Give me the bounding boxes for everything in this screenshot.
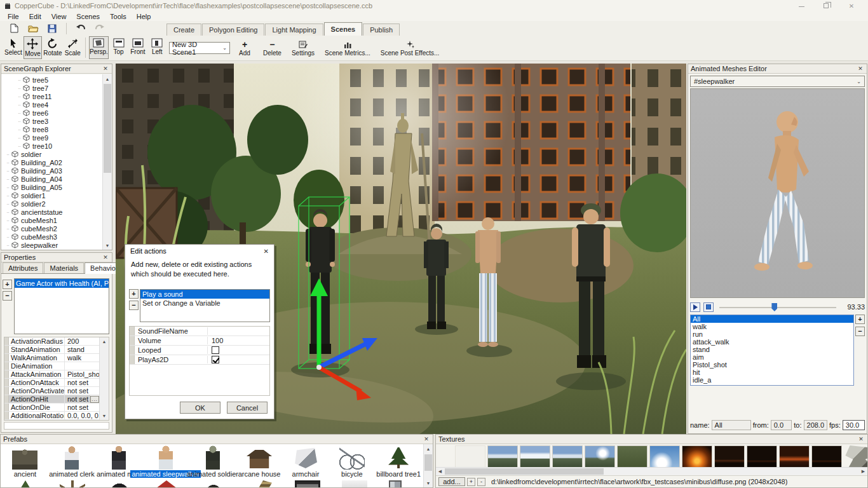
- properties-tab[interactable]: Materials: [44, 262, 84, 273]
- slider-thumb[interactable]: [771, 303, 777, 311]
- property-row[interactable]: StandAnimation stand ...: [4, 346, 99, 354]
- property-row[interactable]: AttackAnimation Pistol_shot ...: [4, 370, 99, 379]
- action-item[interactable]: Play a sound: [140, 290, 269, 299]
- prefab-item[interactable]: animated soldier: [189, 445, 236, 478]
- close-icon[interactable]: ✕: [857, 436, 865, 442]
- add-scene-button[interactable]: + Add: [233, 37, 257, 59]
- scroll-down-icon[interactable]: ▼: [103, 241, 112, 250]
- mode-tab[interactable]: Scenes: [324, 22, 363, 36]
- property-value[interactable]: stand: [65, 346, 99, 353]
- scroll-down-icon[interactable]: ▼: [424, 478, 433, 487]
- remove-animation-button[interactable]: −: [855, 327, 865, 336]
- properties-tab[interactable]: Attributes: [3, 262, 43, 273]
- prefab-thumbnail[interactable]: [112, 445, 126, 470]
- action-item[interactable]: Set or Change a Variable: [140, 299, 269, 308]
- scene-post-effects-button[interactable]: Scene Post Effects...: [377, 37, 444, 59]
- from-field[interactable]: 0.0: [771, 420, 792, 430]
- looped-checkbox[interactable]: [212, 346, 219, 354]
- prefab-thumbnail[interactable]: [13, 480, 38, 487]
- restore-button[interactable]: [824, 3, 829, 8]
- animation-item[interactable]: walk: [691, 323, 853, 330]
- scroll-right-icon[interactable]: ▶: [859, 468, 867, 475]
- scene-select-dropdown[interactable]: New 3D Scene1 ⌄: [169, 42, 230, 54]
- play-button[interactable]: [690, 302, 700, 312]
- menu-item[interactable]: Scenes: [71, 13, 105, 20]
- property-value[interactable]: not set: [65, 387, 99, 395]
- scenegraph-scrollbar[interactable]: ▲ ▼: [102, 74, 112, 250]
- prefab-thumbnail[interactable]: [60, 480, 85, 487]
- tree-node[interactable]: ·· soldier2: [1, 200, 102, 208]
- scroll-up-icon[interactable]: ▲: [100, 337, 109, 346]
- dialog-close-icon[interactable]: ✕: [264, 248, 269, 255]
- redo-icon[interactable]: [93, 23, 106, 34]
- close-icon[interactable]: ✕: [857, 65, 864, 72]
- persp-view-button[interactable]: Persp.: [89, 36, 109, 59]
- property-row[interactable]: AdditionalRotation 0.0, 0.0, 0.0 ...: [4, 412, 99, 420]
- prefab-thumbnail[interactable]: [339, 445, 365, 470]
- prefab-item[interactable]: animated clerk: [48, 445, 95, 478]
- close-icon[interactable]: ✕: [423, 436, 430, 442]
- tree-node[interactable]: ·· tree9: [1, 133, 102, 142]
- prefab-item[interactable]: animated sleepwalker: [142, 445, 189, 478]
- close-icon[interactable]: ✕: [102, 254, 109, 261]
- undo-icon[interactable]: [74, 23, 87, 34]
- animation-item[interactable]: run: [691, 330, 853, 338]
- prefab-thumbnail[interactable]: [293, 445, 318, 470]
- left-view-button[interactable]: Left: [148, 36, 166, 59]
- tree-node[interactable]: ·· Building_A02: [1, 158, 102, 166]
- prefab-thumbnail[interactable]: [154, 480, 179, 487]
- delete-scene-button[interactable]: − Delete: [259, 37, 285, 59]
- zoom-out-button[interactable]: -: [477, 478, 485, 486]
- menu-item[interactable]: File: [3, 13, 24, 20]
- rotate-tool-button[interactable]: Rotate: [43, 36, 62, 59]
- tree-node[interactable]: ·· tree11: [1, 92, 102, 100]
- scene-settings-button[interactable]: Settings: [288, 37, 318, 59]
- top-view-button[interactable]: Top: [109, 36, 128, 59]
- menu-item[interactable]: Edit: [24, 13, 46, 20]
- ok-button[interactable]: OK: [180, 402, 220, 414]
- animation-item[interactable]: stand: [691, 346, 853, 353]
- property-value[interactable]: not set: [65, 403, 99, 411]
- property-value[interactable]: 0.0, 0.0, 0.0: [65, 412, 99, 419]
- front-view-button[interactable]: Front: [128, 36, 147, 59]
- dialog-titlebar[interactable]: Edit actions ✕: [125, 245, 274, 257]
- scroll-up-icon[interactable]: ▲: [103, 74, 112, 83]
- prefab-thumbnail[interactable]: [248, 480, 273, 487]
- prefab-item[interactable]: armchair: [283, 445, 329, 478]
- textures-scrollbar[interactable]: ◀ ▶: [436, 467, 867, 475]
- tree-node[interactable]: ·· tree4: [1, 100, 102, 109]
- tree-node[interactable]: ·· Building_A03: [1, 166, 102, 175]
- tree-node[interactable]: ·· tree5: [1, 76, 102, 84]
- property-row[interactable]: WalkAnimation walk ...: [4, 354, 99, 362]
- prefab-item[interactable]: billboard tree1: [375, 445, 422, 478]
- tree-node[interactable]: ·· tree6: [1, 109, 102, 117]
- tree-node[interactable]: ·· cubeMesh1: [1, 216, 102, 224]
- new-file-button[interactable]: [8, 23, 20, 34]
- prefab-thumbnail[interactable]: [206, 445, 220, 470]
- mode-tab[interactable]: Polygon Editing: [202, 24, 264, 36]
- add-texture-button[interactable]: add...: [438, 477, 465, 486]
- prefab-thumbnail[interactable]: [107, 480, 132, 487]
- move-tool-button[interactable]: Move: [24, 36, 42, 59]
- edit-action-button[interactable]: ...: [90, 396, 99, 403]
- open-file-button[interactable]: [27, 23, 39, 34]
- scroll-left-icon[interactable]: ◀: [436, 468, 444, 475]
- property-row[interactable]: DieAnimation ...: [4, 362, 99, 370]
- prefab-thumbnail[interactable]: [247, 445, 272, 470]
- property-value[interactable]: 200: [65, 337, 99, 345]
- animation-item[interactable]: aim: [691, 353, 853, 361]
- prefab-thumbnail[interactable]: [342, 480, 367, 487]
- propgrid-scrollbar[interactable]: ▲ ▼: [99, 337, 109, 420]
- scroll-up-icon[interactable]: ▲: [424, 444, 433, 453]
- scrollbar-thumb[interactable]: [104, 84, 111, 173]
- prefab-thumbnail[interactable]: [12, 445, 37, 470]
- prefab-thumbnail[interactable]: [201, 480, 226, 487]
- cancel-button[interactable]: Cancel: [227, 402, 268, 414]
- add-action-button[interactable]: +: [129, 289, 139, 299]
- tree-node[interactable]: ·· tree7: [1, 84, 102, 92]
- prefab-item[interactable]: ancient: [2, 445, 48, 478]
- prefab-thumbnail[interactable]: [159, 445, 173, 470]
- property-value[interactable]: not set: [65, 395, 90, 403]
- tree-node[interactable]: ·· Building_A05: [1, 183, 102, 191]
- tree-node[interactable]: ·· tree8: [1, 125, 102, 133]
